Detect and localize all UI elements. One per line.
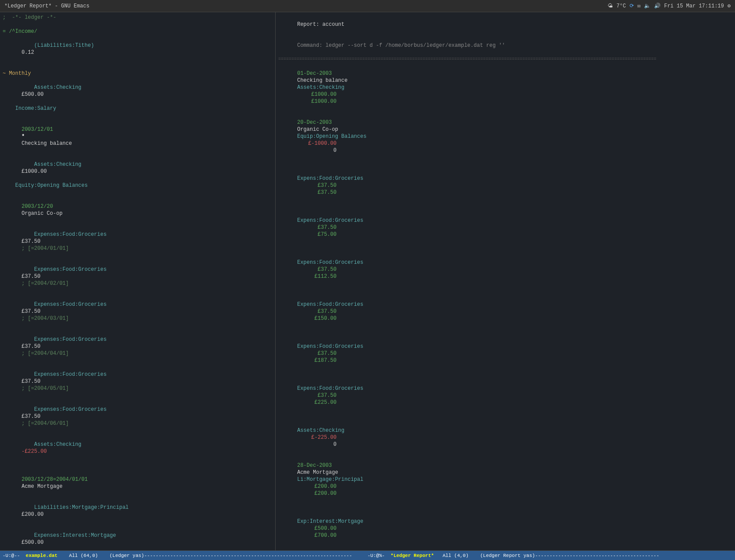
account-label: Expenses:Food:Groceries — [21, 231, 126, 238]
amount: £37.50 — [21, 308, 47, 315]
entry-desc: Acme Mortgage — [21, 483, 63, 490]
account-label: Assets:Checking — [21, 161, 122, 168]
comment: ; [=2004/04/01] — [21, 350, 69, 357]
rp-entry-dec20-r7: Expens:Food:Groceries £37.50 £225.00 — [278, 371, 732, 413]
account-label: Expenses:Food:Groceries — [21, 301, 126, 308]
report-label: Report: account — [297, 21, 344, 28]
rp-entry-dec20-r2: Expens:Food:Groceries £37.50 £37.50 — [278, 161, 732, 203]
blank-line — [3, 112, 273, 119]
monthly-section-header: ~ Monthly — [3, 70, 273, 77]
email-icon[interactable]: ✉ — [637, 3, 640, 9]
right-pane: Report: account Command: ledger --sort d… — [276, 12, 735, 550]
rp-entry-dec01: 01-Dec-2003 Checking balance Assets:Chec… — [278, 63, 732, 112]
income-section-header: = /^Income/ — [3, 28, 273, 35]
rp-entry-dec20-r4: Expens:Food:Groceries £37.50 £112.50 — [278, 245, 732, 287]
amount: £37.50 — [21, 378, 47, 385]
account-label: Expenses:Interest:Mortgage — [21, 532, 126, 539]
entry-desc: Organic Co-op — [21, 210, 63, 217]
assets-checking-1000: Assets:Checking £1000.00 — [3, 154, 273, 182]
entry-date: 2003/12/28=2004/01/01 — [21, 476, 91, 483]
account-label: Assets:Checking — [21, 84, 126, 91]
command-line: Command: ledger --sort d -f /home/borbus… — [278, 35, 732, 56]
blank-line — [3, 63, 273, 70]
amount: 0.12 — [21, 49, 34, 56]
entry-date: 2003/12/01 — [21, 126, 56, 133]
amount: £500.00 — [21, 91, 43, 98]
statusbar-left-text: -U:@-- example.dat All (64,0) (Ledger ya… — [3, 553, 368, 558]
groceries-line-2: Expenses:Food:Groceries £37.50 ; [=2004/… — [3, 259, 273, 294]
amount: £37.50 — [21, 413, 47, 420]
blank-line — [3, 189, 273, 196]
account-label: Expenses:Food:Groceries — [21, 336, 126, 343]
equity-opening: Equity:Opening Balances — [3, 182, 273, 189]
account-label: Expenses:Food:Groceries — [21, 266, 126, 273]
temperature: 7°C — [616, 3, 626, 9]
main-content: ; -*- ledger -*- = /^Income/ (Liabilitie… — [0, 12, 735, 550]
assets-checking-monthly: Assets:Checking £500.00 — [3, 77, 273, 105]
mortgage-principal: Liabilities:Mortgage:Principal £200.00 — [3, 497, 273, 525]
rp-entry-dec28-r1: 28-Dec-2003 Acme Mortgage Li:Mortgage:Pr… — [278, 455, 732, 504]
blank-line — [3, 21, 273, 28]
account-label: Expenses:Food:Groceries — [21, 371, 126, 378]
statusbar-right-text: -U:@%- *Ledger Report* All (4,0) (Ledger… — [368, 553, 732, 558]
rp-entry-dec20-r5: Expens:Food:Groceries £37.50 £150.00 — [278, 287, 732, 329]
separator-line: ========================================… — [278, 56, 732, 63]
assets-checking-neg225: Assets:Checking -£225.00 — [3, 434, 273, 462]
entry-acme-mortgage: 2003/12/28=2004/01/01 Acme Mortgage — [3, 469, 273, 497]
weather-icon: 🌤 — [608, 3, 613, 9]
entry-date: 2003/12/20 — [21, 203, 56, 210]
income-salary-line: Income:Salary — [3, 105, 273, 112]
amount: £200.00 — [21, 511, 43, 518]
statusbar: -U:@-- example.dat All (64,0) (Ledger ya… — [0, 550, 735, 560]
titlebar: *Ledger Report* - GNU Emacs 🌤 7°C ⟳ ✉ 🔈 … — [0, 0, 735, 12]
account-label: Assets:Checking — [21, 441, 126, 448]
amount: £1000.00 — [21, 168, 47, 175]
command-text: Command: ledger --sort d -f /home/borbus… — [297, 42, 505, 49]
comment: ; [=2004/03/01] — [21, 315, 69, 322]
liabilities-tithe-line: (Liabilities:Tithe) 0.12 — [3, 35, 273, 63]
rp-entry-dec20-r6: Expens:Food:Groceries £37.50 £187.50 — [278, 329, 732, 371]
groceries-line-5: Expenses:Food:Groceries £37.50 ; [=2004/… — [3, 364, 273, 399]
amount: -£225.00 — [21, 448, 47, 455]
account-label: Liabilities:Mortgage:Principal — [21, 504, 132, 511]
entry-desc: Checking balance — [21, 140, 72, 147]
settings-icon[interactable]: ⚙ — [728, 3, 731, 9]
datetime: Fri 15 Mar 17:11:19 — [664, 3, 724, 9]
ledger-comment-line: ; -*- ledger -*- — [3, 14, 273, 21]
comment: ; [=2004/01/01] — [21, 245, 69, 252]
entry-flag: * — [21, 133, 28, 140]
network-icon: 🔈 — [644, 3, 651, 9]
amount: £37.50 — [21, 343, 47, 350]
amount: £37.50 — [21, 238, 47, 245]
comment: ; [=2004/06/01] — [21, 420, 69, 427]
groceries-line-1: Expenses:Food:Groceries £37.50 ; [=2004/… — [3, 224, 273, 259]
refresh-icon[interactable]: ⟳ — [630, 3, 634, 9]
rp-entry-dec20-r1: 20-Dec-2003 Organic Co-op Equip:Opening … — [278, 112, 732, 161]
rp-entry-dec28-r2: Exp:Interest:Mortgage £500.00 £700.00 — [278, 504, 732, 546]
rp-entry-dec20-r3: Expens:Food:Groceries £37.50 £75.00 — [278, 203, 732, 245]
entry-20031201: 2003/12/01 * Checking balance — [3, 119, 273, 154]
titlebar-right: 🌤 7°C ⟳ ✉ 🔈 🔊 Fri 15 Mar 17:11:19 ⚙ — [608, 3, 731, 9]
report-header: Report: account — [278, 14, 732, 35]
account-label: (Liabilities:Tithe) — [21, 42, 126, 49]
comment: ; [=2004/05/01] — [21, 385, 69, 392]
window-title: *Ledger Report* - GNU Emacs — [4, 3, 89, 9]
comment: ; [=2004/02/01] — [21, 280, 69, 287]
amount: £500.00 — [21, 539, 43, 546]
mortgage-interest: Expenses:Interest:Mortgage £500.00 — [3, 525, 273, 550]
volume-icon[interactable]: 🔊 — [654, 3, 661, 9]
blank-line — [3, 462, 273, 469]
account-label: Expenses:Food:Groceries — [21, 406, 126, 413]
amount: £37.50 — [21, 273, 47, 280]
rp-entry-dec28-r3: Expenses:Escrow £300.00 £1000.00 — [278, 546, 732, 550]
entry-20031220: 2003/12/20 Organic Co-op — [3, 196, 273, 224]
groceries-line-6: Expenses:Food:Groceries £37.50 ; [=2004/… — [3, 399, 273, 434]
groceries-line-4: Expenses:Food:Groceries £37.50 ; [=2004/… — [3, 329, 273, 364]
rp-entry-dec20-r8: Assets:Checking £-225.00 0 — [278, 413, 732, 455]
left-pane[interactable]: ; -*- ledger -*- = /^Income/ (Liabilitie… — [0, 12, 276, 550]
groceries-line-3: Expenses:Food:Groceries £37.50 ; [=2004/… — [3, 294, 273, 329]
